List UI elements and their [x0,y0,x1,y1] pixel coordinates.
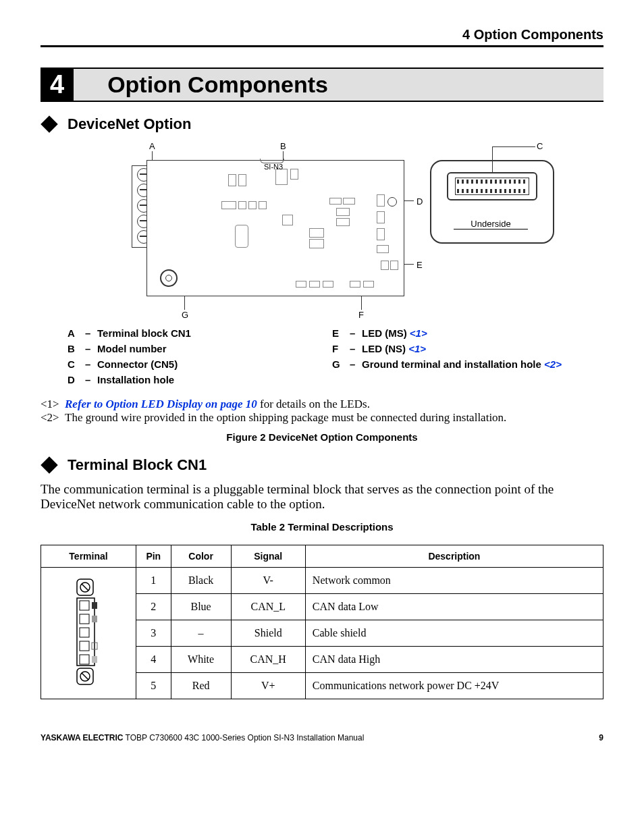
legend-text: Model number [97,343,167,354]
section-title-bar: 4 Option Components [41,68,603,102]
running-header: 4 Option Components [41,27,603,47]
footnote-link[interactable]: Refer to Option LED Display on page 10 [65,398,257,410]
model-number-label: SI-N3 [264,163,283,171]
subheading-devicenet: DeviceNet Option [41,115,603,133]
th-pin: Pin [136,545,171,568]
th-color: Color [171,545,231,568]
paragraph-text: The communication terminal is a pluggabl… [41,482,603,512]
legend-text: Terminal block CN1 [97,327,191,339]
legend-key: G [332,358,350,370]
td-pin: 3 [136,620,171,647]
svg-line-2 [82,584,88,591]
td-pin: 2 [136,594,171,620]
subheading-terminal-block: Terminal Block CN1 [41,456,603,474]
svg-rect-8 [80,628,89,637]
td-description: CAN data Low [305,594,603,620]
label-c: C [537,141,543,151]
th-signal: Signal [231,545,305,568]
page-footer: YASKAWA ELECTRIC TOBP C730600 43C 1000-S… [41,733,603,742]
diamond-icon [41,456,57,473]
legend-key: C [68,358,85,370]
svg-rect-4 [80,601,89,610]
figure-legend: A–Terminal block CN1 B–Model number C–Co… [68,327,576,389]
td-color: Blue [171,594,231,620]
label-f: F [358,310,364,320]
svg-rect-12 [92,656,97,663]
label-d: D [417,196,423,207]
td-pin: 5 [136,673,171,699]
td-description: Network common [305,568,603,594]
terminal-descriptions-table: Terminal Pin Color Signal Description [41,545,603,699]
figure-caption: Figure 2 DeviceNet Option Components [41,431,603,443]
td-pin: 1 [136,568,171,594]
section-title: Option Components [107,72,328,98]
td-pin: 4 [136,647,171,673]
td-signal: CAN_L [231,594,305,620]
devicenet-diagram: A B C D E F G [79,141,565,323]
connector-cn5-icon [447,172,537,200]
legend-key: D [68,374,85,385]
footer-doc: TOBP C730600 43C 1000-Series Option SI-N… [123,733,364,742]
underside-label: Underside [454,219,528,230]
label-a: A [149,141,155,151]
page-number: 9 [599,733,603,742]
td-description: CAN data High [305,647,603,673]
section-number: 4 [41,69,74,101]
pcb-outline [146,160,404,296]
footnote-ref: <1> [408,343,426,354]
td-description: Cable shield [305,620,603,647]
td-color: White [171,647,231,673]
legend-text: Installation hole [97,374,174,385]
svg-rect-9 [80,641,89,651]
footnote-text: The ground wire provided in the option s… [65,411,506,425]
ground-hole-icon [160,269,178,287]
label-b: B [280,141,286,151]
td-signal: V- [231,568,305,594]
footnote-tag: <2> [41,411,65,425]
footnote-ref: <2> [544,358,562,370]
footnote-text: for details on the LEDs. [257,398,370,410]
subheading-text: DeviceNet Option [68,115,191,133]
footer-brand: YASKAWA ELECTRIC [41,733,123,742]
th-terminal: Terminal [41,545,136,568]
legend-key: B [68,343,85,354]
legend-key: A [68,327,85,339]
td-color: Red [171,673,231,699]
svg-rect-6 [80,614,89,624]
footnote-ref: <1> [410,327,427,339]
label-g: G [182,310,188,320]
td-color: Black [171,568,231,594]
footnotes: <1> Refer to Option LED Display on page … [41,398,603,425]
svg-line-15 [82,673,88,680]
td-signal: CAN_H [231,647,305,673]
td-signal: Shield [231,620,305,647]
table-caption: Table 2 Terminal Descriptions [41,521,603,533]
legend-key: E [332,327,350,339]
legend-text: Connector (CN5) [97,358,178,370]
svg-rect-7 [92,616,97,622]
td-color: – [171,620,231,647]
svg-rect-11 [80,655,89,664]
svg-rect-5 [92,602,97,609]
legend-text: Ground terminal and installation hole [362,358,544,370]
diamond-icon [41,115,57,132]
td-signal: V+ [231,673,305,699]
terminal-image-cell [41,568,136,699]
td-description: Communications network power DC +24V [305,673,603,699]
legend-text: LED (MS) [362,327,410,339]
terminal-block-icon [72,578,105,686]
legend-key: F [332,343,350,354]
th-description: Description [305,545,603,568]
legend-text: LED (NS) [362,343,408,354]
footnote-tag: <1> [41,398,65,411]
label-e: E [417,260,423,270]
subheading-text: Terminal Block CN1 [68,456,207,474]
